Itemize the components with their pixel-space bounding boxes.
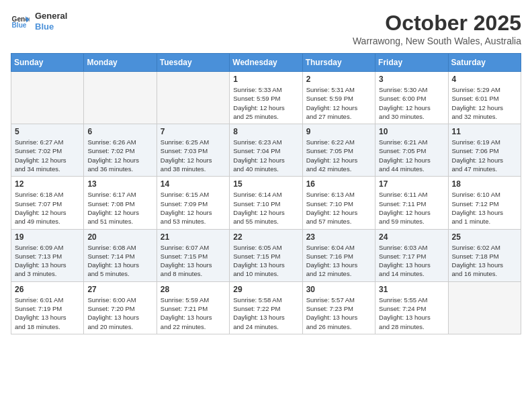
day-number: 30	[306, 285, 371, 294]
day-info: Sunrise: 6:11 AM Sunset: 7:11 PM Dayligh…	[379, 190, 444, 226]
calendar-cell: 17Sunrise: 6:11 AM Sunset: 7:11 PM Dayli…	[375, 177, 448, 229]
day-number: 10	[379, 127, 444, 136]
day-number: 13	[87, 179, 152, 189]
calendar-cell: 21Sunrise: 6:07 AM Sunset: 7:15 PM Dayli…	[157, 229, 229, 281]
day-number: 21	[161, 232, 226, 242]
calendar-cell: 11Sunrise: 6:19 AM Sunset: 7:06 PM Dayli…	[448, 124, 521, 177]
day-info: Sunrise: 6:18 AM Sunset: 7:07 PM Dayligh…	[15, 190, 80, 226]
logo-line2: Blue	[35, 21, 67, 32]
calendar-cell: 16Sunrise: 6:13 AM Sunset: 7:10 PM Dayli…	[302, 177, 375, 229]
calendar-cell: 5Sunrise: 6:27 AM Sunset: 7:02 PM Daylig…	[11, 124, 84, 177]
day-info: Sunrise: 5:33 AM Sunset: 5:59 PM Dayligh…	[233, 85, 298, 121]
day-info: Sunrise: 6:21 AM Sunset: 7:05 PM Dayligh…	[379, 138, 444, 173]
day-number: 15	[233, 179, 298, 189]
day-info: Sunrise: 5:55 AM Sunset: 7:24 PM Dayligh…	[379, 295, 444, 331]
col-header-thursday: Thursday	[302, 54, 375, 72]
calendar-cell: 10Sunrise: 6:21 AM Sunset: 7:05 PM Dayli…	[375, 124, 448, 177]
day-number: 27	[87, 285, 152, 294]
day-info: Sunrise: 6:00 AM Sunset: 7:20 PM Dayligh…	[87, 295, 152, 331]
day-info: Sunrise: 6:01 AM Sunset: 7:19 PM Dayligh…	[15, 295, 80, 331]
calendar-cell: 14Sunrise: 6:15 AM Sunset: 7:09 PM Dayli…	[157, 177, 229, 229]
day-info: Sunrise: 5:30 AM Sunset: 6:00 PM Dayligh…	[379, 85, 444, 121]
day-info: Sunrise: 6:09 AM Sunset: 7:13 PM Dayligh…	[15, 243, 80, 279]
day-number: 26	[15, 285, 80, 294]
calendar-cell: 15Sunrise: 6:14 AM Sunset: 7:10 PM Dayli…	[230, 177, 302, 229]
day-info: Sunrise: 5:57 AM Sunset: 7:23 PM Dayligh…	[306, 295, 371, 331]
day-number: 23	[306, 232, 371, 242]
calendar-cell: 3Sunrise: 5:30 AM Sunset: 6:00 PM Daylig…	[375, 72, 448, 124]
day-number: 31	[379, 285, 444, 294]
month-title: October 2025	[353, 11, 521, 36]
svg-text:Blue: Blue	[12, 21, 27, 29]
day-number: 16	[306, 179, 371, 189]
day-number: 9	[306, 127, 371, 136]
col-header-friday: Friday	[375, 54, 448, 72]
calendar-cell: 22Sunrise: 6:05 AM Sunset: 7:15 PM Dayli…	[230, 229, 302, 281]
calendar-cell: 31Sunrise: 5:55 AM Sunset: 7:24 PM Dayli…	[375, 281, 448, 334]
day-info: Sunrise: 5:58 AM Sunset: 7:22 PM Dayligh…	[233, 295, 298, 331]
calendar-cell: 28Sunrise: 5:59 AM Sunset: 7:21 PM Dayli…	[157, 281, 229, 334]
day-number: 7	[161, 127, 226, 136]
day-info: Sunrise: 6:15 AM Sunset: 7:09 PM Dayligh…	[161, 190, 226, 226]
calendar-cell: 25Sunrise: 6:02 AM Sunset: 7:18 PM Dayli…	[448, 229, 521, 281]
day-info: Sunrise: 5:29 AM Sunset: 6:01 PM Dayligh…	[452, 85, 517, 121]
calendar-cell: 12Sunrise: 6:18 AM Sunset: 7:07 PM Dayli…	[11, 177, 84, 229]
calendar-cell: 26Sunrise: 6:01 AM Sunset: 7:19 PM Dayli…	[11, 281, 84, 334]
day-info: Sunrise: 6:23 AM Sunset: 7:04 PM Dayligh…	[233, 138, 298, 173]
day-info: Sunrise: 6:02 AM Sunset: 7:18 PM Dayligh…	[452, 243, 517, 279]
day-number: 28	[161, 285, 226, 294]
day-info: Sunrise: 6:14 AM Sunset: 7:10 PM Dayligh…	[233, 190, 298, 226]
day-info: Sunrise: 6:03 AM Sunset: 7:17 PM Dayligh…	[379, 243, 444, 279]
day-number: 6	[87, 127, 152, 136]
calendar-cell	[84, 72, 157, 124]
day-number: 5	[15, 127, 80, 136]
calendar-cell: 29Sunrise: 5:58 AM Sunset: 7:22 PM Dayli…	[230, 281, 302, 334]
day-number: 19	[15, 232, 80, 242]
day-number: 4	[452, 75, 517, 84]
calendar-cell: 2Sunrise: 5:31 AM Sunset: 5:59 PM Daylig…	[302, 72, 375, 124]
day-number: 25	[452, 232, 517, 242]
calendar-cell	[448, 281, 521, 334]
day-info: Sunrise: 6:05 AM Sunset: 7:15 PM Dayligh…	[233, 243, 298, 279]
day-info: Sunrise: 6:27 AM Sunset: 7:02 PM Dayligh…	[15, 138, 80, 173]
day-number: 18	[452, 179, 517, 189]
day-info: Sunrise: 6:17 AM Sunset: 7:08 PM Dayligh…	[87, 190, 152, 226]
calendar-cell: 23Sunrise: 6:04 AM Sunset: 7:16 PM Dayli…	[302, 229, 375, 281]
day-number: 20	[87, 232, 152, 242]
day-info: Sunrise: 5:31 AM Sunset: 5:59 PM Dayligh…	[306, 85, 371, 121]
calendar-cell: 1Sunrise: 5:33 AM Sunset: 5:59 PM Daylig…	[230, 72, 302, 124]
calendar-cell: 4Sunrise: 5:29 AM Sunset: 6:01 PM Daylig…	[448, 72, 521, 124]
calendar-cell: 27Sunrise: 6:00 AM Sunset: 7:20 PM Dayli…	[84, 281, 157, 334]
day-info: Sunrise: 6:25 AM Sunset: 7:03 PM Dayligh…	[161, 138, 226, 173]
calendar-cell	[11, 72, 84, 124]
logo-line1: General	[35, 11, 67, 21]
calendar-cell: 30Sunrise: 5:57 AM Sunset: 7:23 PM Dayli…	[302, 281, 375, 334]
calendar-cell: 13Sunrise: 6:17 AM Sunset: 7:08 PM Dayli…	[84, 177, 157, 229]
day-info: Sunrise: 6:07 AM Sunset: 7:15 PM Dayligh…	[161, 243, 226, 279]
title-block: October 2025 Warrawong, New South Wales,…	[353, 11, 521, 46]
logo: General Blue General Blue	[11, 11, 67, 32]
calendar-cell: 7Sunrise: 6:25 AM Sunset: 7:03 PM Daylig…	[157, 124, 229, 177]
day-number: 3	[379, 75, 444, 84]
calendar-table: SundayMondayTuesdayWednesdayThursdayFrid…	[11, 53, 521, 334]
day-number: 1	[233, 75, 298, 84]
day-info: Sunrise: 6:19 AM Sunset: 7:06 PM Dayligh…	[452, 138, 517, 173]
col-header-wednesday: Wednesday	[230, 54, 302, 72]
day-info: Sunrise: 6:26 AM Sunset: 7:02 PM Dayligh…	[87, 138, 152, 173]
calendar-cell	[157, 72, 229, 124]
calendar-cell: 9Sunrise: 6:22 AM Sunset: 7:05 PM Daylig…	[302, 124, 375, 177]
day-info: Sunrise: 6:08 AM Sunset: 7:14 PM Dayligh…	[87, 243, 152, 279]
day-info: Sunrise: 6:13 AM Sunset: 7:10 PM Dayligh…	[306, 190, 371, 226]
calendar-cell: 8Sunrise: 6:23 AM Sunset: 7:04 PM Daylig…	[230, 124, 302, 177]
day-info: Sunrise: 6:04 AM Sunset: 7:16 PM Dayligh…	[306, 243, 371, 279]
logo-icon: General Blue	[11, 12, 30, 31]
col-header-tuesday: Tuesday	[157, 54, 229, 72]
calendar-cell: 18Sunrise: 6:10 AM Sunset: 7:12 PM Dayli…	[448, 177, 521, 229]
calendar-cell: 6Sunrise: 6:26 AM Sunset: 7:02 PM Daylig…	[84, 124, 157, 177]
day-number: 12	[15, 179, 80, 189]
day-number: 29	[233, 285, 298, 294]
location-title: Warrawong, New South Wales, Australia	[353, 36, 521, 46]
day-number: 11	[452, 127, 517, 136]
calendar-cell: 19Sunrise: 6:09 AM Sunset: 7:13 PM Dayli…	[11, 229, 84, 281]
day-info: Sunrise: 6:10 AM Sunset: 7:12 PM Dayligh…	[452, 190, 517, 226]
